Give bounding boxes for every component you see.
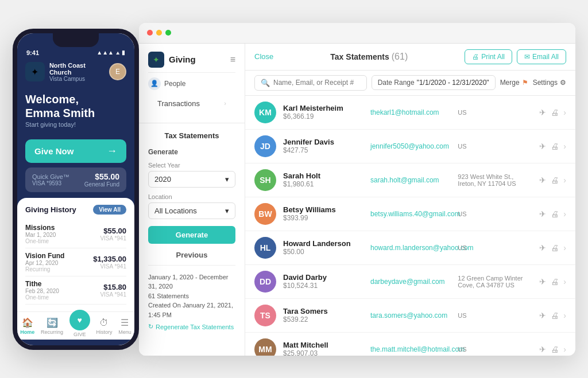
nav-label-home: Home: [20, 329, 34, 335]
chevron-right-icon[interactable]: ›: [563, 243, 566, 252]
avatar: TS: [254, 305, 276, 326]
list-item[interactable]: Vision Fund Apr 12, 2020 Recurring $1,33…: [25, 248, 126, 276]
app-logo: ✦: [148, 52, 164, 68]
chevron-right-icon[interactable]: ›: [563, 142, 566, 151]
browser-minimize-dot[interactable]: [156, 30, 162, 36]
generate-button[interactable]: Generate: [148, 226, 235, 244]
search-input-wrap[interactable]: 🔍: [254, 75, 367, 91]
date-range-button[interactable]: Date Range "1/1/2020 - 12/31/2020": [372, 75, 496, 90]
table-row[interactable]: BW Betsy Williams $393.99 betsy.williams…: [245, 197, 575, 231]
send-icon[interactable]: ✈: [539, 209, 546, 219]
avatar: JD: [254, 135, 276, 157]
person-actions: ✈ 🖨 ›: [539, 209, 566, 219]
chevron-right-icon[interactable]: ›: [563, 277, 566, 286]
phone-notch: [53, 33, 99, 47]
bottom-nav-give[interactable]: ♥ GIVE: [69, 315, 90, 337]
person-name: Howard Landerson: [283, 239, 363, 248]
print-icon[interactable]: 🖨: [551, 277, 559, 286]
history-type: One-time: [25, 238, 56, 244]
location-select[interactable]: All Locations ▾: [148, 202, 235, 219]
merge-button[interactable]: Merge ⚑: [500, 79, 528, 87]
give-nav-circle[interactable]: ♥: [69, 310, 90, 330]
print-icon[interactable]: 🖨: [551, 345, 559, 354]
email-icon: ✉: [524, 53, 530, 61]
settings-button[interactable]: Settings ⚙: [533, 79, 566, 87]
person-actions: ✈ 🖨 ›: [539, 142, 566, 151]
bottom-nav-recurring[interactable]: 🔄 Recurring: [41, 317, 63, 335]
send-icon[interactable]: ✈: [539, 243, 546, 252]
bottom-nav-history[interactable]: ⏱ History: [96, 318, 112, 335]
print-icon[interactable]: 🖨: [551, 243, 559, 252]
chevron-right-icon[interactable]: ›: [563, 345, 566, 354]
chevron-right-icon[interactable]: ›: [563, 176, 566, 185]
table-row[interactable]: JD Jennifer Davis $427.75 jennifer5050@y…: [245, 130, 575, 163]
send-icon[interactable]: ✈: [539, 108, 546, 117]
hamburger-icon[interactable]: ≡: [230, 54, 235, 65]
send-icon[interactable]: ✈: [539, 277, 546, 286]
table-row[interactable]: HL Howard Landerson $50.00 howard.m.land…: [245, 231, 575, 265]
give-heart-icon: ♥: [78, 315, 82, 325]
history-item-right: $55.00 VISA *941: [100, 227, 126, 241]
year-dropdown-icon: ▾: [225, 175, 229, 184]
user-avatar[interactable]: E: [109, 63, 126, 80]
phone-header: ✦ North Coast Church Vista Campus E: [17, 59, 134, 87]
history-date: Apr 12, 2020: [25, 260, 64, 266]
send-icon[interactable]: ✈: [539, 311, 546, 320]
person-location: US: [458, 244, 532, 251]
merge-icon: ⚑: [522, 79, 528, 87]
send-icon[interactable]: ✈: [539, 345, 546, 354]
table-row[interactable]: SH Sarah Holt $1,980.61 sarah.holt@gmail…: [245, 163, 575, 197]
person-amount: $427.75: [283, 146, 363, 154]
give-now-button[interactable]: Give Now →: [25, 139, 126, 163]
list-item[interactable]: Missions Mar 1, 2020 One-time $55.00 VIS…: [25, 220, 126, 248]
browser-fullscreen-dot[interactable]: [165, 30, 171, 36]
chevron-right-icon[interactable]: ›: [563, 311, 566, 320]
person-email: jennifer5050@yahoo.com: [370, 142, 451, 150]
person-info: Tara Somers $539.22: [283, 307, 363, 324]
status-icons: ▲▲▲ ⟁ ▮: [96, 49, 125, 56]
close-button[interactable]: Close: [254, 52, 273, 61]
email-all-button[interactable]: ✉ Email All: [517, 49, 566, 64]
person-email: howard.m.landerson@yahoo.com: [370, 244, 451, 252]
print-icon[interactable]: 🖨: [551, 311, 559, 320]
phone-screen: 9:41 ▲▲▲ ⟁ ▮ ✦ North Coast Church Vista …: [17, 33, 134, 345]
print-icon[interactable]: 🖨: [551, 209, 559, 219]
browser-close-dot[interactable]: [147, 30, 153, 36]
regenerate-link[interactable]: ↻ Regenerate Tax Statements: [148, 323, 235, 330]
search-bar: 🔍 Date Range "1/1/2020 - 12/31/2020" Mer…: [245, 71, 575, 96]
transactions-nav-item[interactable]: Transactions ›: [148, 95, 235, 112]
person-email: the.matt.mitchell@hotmail.com: [370, 345, 451, 353]
people-label: People: [164, 80, 185, 88]
history-card: VISA *941: [100, 291, 126, 298]
person-location: 12 Green Camp Winter Cove, CA 34787 US: [458, 275, 532, 289]
table-row[interactable]: DD David Darby $10,524.31 darbeydave@gma…: [245, 265, 575, 299]
nav-label-menu: Menu: [118, 329, 131, 335]
person-info: David Darby $10,524.31: [283, 273, 363, 290]
bottom-nav-menu[interactable]: ☰ Menu: [118, 317, 131, 335]
table-row[interactable]: MM Matt Mitchell $25,907.03 the.matt.mit…: [245, 333, 575, 356]
print-all-button[interactable]: 🖨 Print All: [465, 49, 512, 64]
history-amount: $1,335.00: [93, 255, 126, 263]
person-amount: $393.99: [283, 214, 363, 222]
person-info: Howard Landerson $50.00: [283, 239, 363, 256]
list-item[interactable]: Tithe Feb 28, 2020 One-time $15.80 VISA …: [25, 276, 126, 305]
nav-icon-menu: ☰: [121, 317, 129, 328]
print-icon[interactable]: 🖨: [551, 108, 559, 117]
table-row[interactable]: TS Tara Somers $539.22 tara.somers@yahoo…: [245, 299, 575, 333]
view-all-button[interactable]: View All: [93, 205, 126, 215]
quick-give-button[interactable]: Quick Give™ VISA *9593 $55.00 General Fu…: [25, 167, 126, 192]
avatar: DD: [254, 271, 276, 293]
bottom-nav-home[interactable]: 🏠 Home: [20, 317, 34, 335]
print-icon[interactable]: 🖨: [551, 142, 559, 151]
year-select[interactable]: 2020 ▾: [148, 171, 235, 188]
nav-icon-recurring: 🔄: [47, 317, 58, 328]
regenerate-icon: ↻: [148, 323, 153, 330]
send-icon[interactable]: ✈: [539, 176, 546, 185]
chevron-right-icon[interactable]: ›: [563, 209, 566, 219]
chevron-right-icon[interactable]: ›: [563, 108, 566, 117]
print-icon[interactable]: 🖨: [551, 176, 559, 185]
send-icon[interactable]: ✈: [539, 142, 546, 151]
signal-icon: ▲▲▲: [96, 49, 114, 56]
table-row[interactable]: KM Karl Meisterheim $6,366.19 thekarl1@h…: [245, 96, 575, 130]
search-input[interactable]: [273, 79, 361, 87]
